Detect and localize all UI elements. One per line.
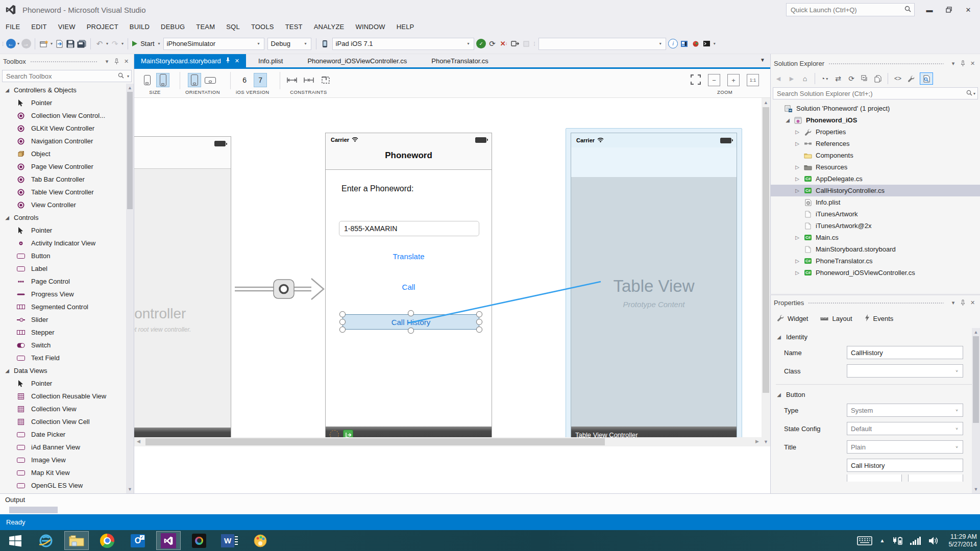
- toolbox-item-map-kit-view[interactable]: Map Kit View: [0, 466, 126, 479]
- menu-help[interactable]: HELP: [391, 19, 420, 34]
- selection-handle[interactable]: [476, 327, 482, 333]
- console-icon[interactable]: [702, 38, 712, 50]
- add-item-button[interactable]: [54, 38, 64, 50]
- properties-close-icon[interactable]: ✕: [968, 298, 977, 307]
- toolbox-menu-icon[interactable]: ▾: [103, 57, 111, 66]
- show-all-files-icon[interactable]: [873, 73, 883, 84]
- toolbox-item-image-view[interactable]: Image View: [0, 454, 126, 466]
- taskbar-chrome[interactable]: [95, 531, 119, 550]
- menu-window[interactable]: WINDOW: [350, 19, 390, 34]
- tree-item-main-cs[interactable]: ▷C#Main.cs: [771, 232, 980, 243]
- toolbox-item-object[interactable]: Object: [0, 147, 126, 160]
- selection-handle[interactable]: [339, 327, 346, 333]
- collapsed-arrow-icon[interactable]: ▷: [794, 188, 800, 193]
- quick-launch-box[interactable]: [786, 3, 915, 16]
- taskbar-camera[interactable]: [187, 531, 211, 550]
- taskbar-explorer[interactable]: [64, 531, 89, 550]
- phoneword-view-controller[interactable]: Carrier Phoneword Enter a Phoneword: 1-8…: [325, 133, 492, 437]
- toolbox-item-pointer[interactable]: Pointer: [0, 224, 126, 237]
- view-code-icon[interactable]: <>: [893, 73, 902, 84]
- tree-item-phoneword-ios[interactable]: ◢Phoneword_iOS: [771, 114, 980, 126]
- info-icon[interactable]: i: [668, 38, 678, 50]
- toolbox-item-opengl-es-view[interactable]: OpenGL ES View: [0, 479, 126, 492]
- properties-section-identity[interactable]: ◢Identity: [771, 330, 972, 343]
- properties-tab-widget[interactable]: Widget: [777, 314, 808, 323]
- tree-item-phoneword-iosviewcontroller-cs[interactable]: ▷C#Phoneword_iOSViewController.cs: [771, 267, 980, 279]
- menu-team[interactable]: TEAM: [190, 19, 220, 34]
- remove-constraint-icon[interactable]: [302, 73, 315, 87]
- output-tab[interactable]: [9, 507, 58, 513]
- property-select-title[interactable]: Plain˅: [847, 440, 963, 454]
- build-status-icon[interactable]: ✓: [476, 38, 486, 50]
- toolbox-item-activity-indicator-view[interactable]: Activity Indicator View: [0, 237, 126, 249]
- toolbox-item-slider[interactable]: Slider: [0, 313, 126, 326]
- tree-item-itunesartwork-2x[interactable]: iTunesArtwork@2x: [771, 220, 980, 232]
- touch-keyboard-icon[interactable]: [857, 536, 872, 545]
- collapsed-arrow-icon[interactable]: ▷: [794, 270, 800, 276]
- selection-handle[interactable]: [408, 328, 414, 334]
- toolbox-item-button[interactable]: Button: [0, 249, 126, 262]
- toolbox-close-icon[interactable]: ✕: [122, 57, 131, 66]
- taskbar-ie[interactable]: [34, 531, 58, 550]
- expanded-arrow-icon[interactable]: ◢: [785, 117, 791, 123]
- toolbox-section-controls[interactable]: ◢Controls: [0, 211, 126, 224]
- tab-phoneword-iosviewcontroller-cs[interactable]: Phoneword_iOSViewController.cs: [295, 54, 419, 67]
- selection-handle[interactable]: [339, 311, 346, 317]
- collapsed-arrow-icon[interactable]: ▷: [794, 164, 800, 170]
- collapsed-arrow-icon[interactable]: ▷: [794, 258, 800, 264]
- toolbox-item-label[interactable]: Label: [0, 262, 126, 275]
- properties-tab-events[interactable]: Events: [865, 314, 894, 323]
- solution-explorer-drag-handle[interactable]: [828, 63, 944, 65]
- toolbox-search-box[interactable]: ▾: [2, 70, 132, 82]
- toolbox-item-iad-banner-view[interactable]: iAd Banner View: [0, 441, 126, 454]
- collapsed-arrow-icon[interactable]: ▷: [794, 129, 800, 135]
- exit-segue-icon[interactable]: [343, 430, 353, 437]
- menu-tools[interactable]: TOOLS: [246, 19, 280, 34]
- close-icon[interactable]: ✕: [235, 58, 239, 64]
- feedback-grid-icon[interactable]: [679, 38, 690, 50]
- menu-edit[interactable]: EDIT: [26, 19, 52, 34]
- collapsed-arrow-icon[interactable]: ▷: [794, 141, 800, 146]
- property-select-class[interactable]: ˅: [847, 364, 963, 378]
- navigate-back-button[interactable]: ←: [6, 38, 16, 50]
- solution-explorer-pin-icon[interactable]: [959, 59, 967, 68]
- taskbar-start[interactable]: [3, 531, 28, 550]
- tree-item-callhistorycontroller-cs[interactable]: ▷C#CallHistoryController.cs: [771, 185, 980, 196]
- feedback-smile-icon[interactable]: [691, 38, 701, 50]
- refresh-icon[interactable]: ⟳: [847, 73, 856, 84]
- solution-explorer-menu-icon[interactable]: ▾: [949, 59, 958, 68]
- property-select-state-config[interactable]: Default˅: [847, 422, 963, 435]
- tree-item-solution-phoneword-1-project[interactable]: Solution 'Phoneword' (1 project): [771, 103, 980, 114]
- tree-item-itunesartwork[interactable]: iTunesArtwork: [771, 208, 980, 220]
- canvas-vertical-scrollbar[interactable]: ▲ ▼: [762, 98, 770, 446]
- properties-pin-icon[interactable]: [959, 298, 967, 307]
- power-icon[interactable]: [892, 536, 903, 546]
- stop-sync-button[interactable]: ✕:: [499, 38, 509, 50]
- switch-views-icon[interactable]: ⇄: [834, 73, 843, 84]
- toolbox-pin-icon[interactable]: [112, 57, 121, 66]
- start-debug-button[interactable]: Start ▾: [132, 38, 161, 50]
- toolbox-item-pointer[interactable]: Pointer: [0, 96, 126, 109]
- ios6-button[interactable]: 6: [238, 73, 251, 87]
- toolbox-item-tab-bar-controller[interactable]: Tab Bar Controller: [0, 173, 126, 186]
- preview-selected-items-icon[interactable]: [920, 72, 933, 85]
- new-project-dropdown[interactable]: ▾: [51, 41, 53, 46]
- taskbar-word[interactable]: W: [217, 531, 242, 550]
- toolbox-section-data-views[interactable]: ◢Data Views: [0, 364, 126, 377]
- storyboard-entry-icon[interactable]: [330, 430, 339, 437]
- save-button[interactable]: [65, 38, 76, 50]
- tree-item-phonetranslator-cs[interactable]: ▷C#PhoneTranslator.cs: [771, 255, 980, 267]
- redo-button[interactable]: ↷: [110, 38, 120, 50]
- table-view-area[interactable]: Table View Prototype Content: [571, 177, 737, 427]
- close-button[interactable]: ✕: [960, 3, 977, 17]
- orientation-portrait-button[interactable]: [188, 73, 201, 87]
- prompt-label[interactable]: Enter a Phoneword:: [341, 184, 413, 193]
- restore-button[interactable]: [940, 3, 958, 17]
- toolbox-item-collection-view-cell[interactable]: Collection View Cell: [0, 415, 126, 428]
- property-input-title-text[interactable]: [847, 459, 963, 472]
- quick-launch-input[interactable]: [787, 6, 904, 14]
- taskbar-outlook[interactable]: O✓: [126, 531, 150, 550]
- selection-handle[interactable]: [476, 319, 482, 325]
- pair-to-mac-button[interactable]: [510, 38, 520, 50]
- selection-handle[interactable]: [408, 310, 414, 316]
